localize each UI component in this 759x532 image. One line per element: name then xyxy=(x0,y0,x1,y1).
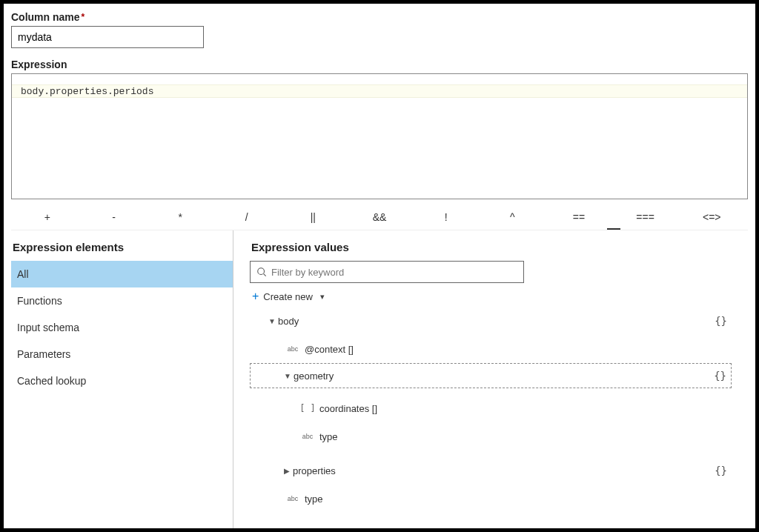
element-item-input-schema[interactable]: Input schema xyxy=(11,314,233,341)
caret-down-icon[interactable]: ▼ xyxy=(266,317,278,325)
create-new-button[interactable]: + Create new ▾ xyxy=(250,290,739,302)
op-eq[interactable]: == xyxy=(546,207,612,227)
tree-label-coordinates: coordinates [] xyxy=(319,403,732,414)
op-caret[interactable]: ^ xyxy=(479,207,546,227)
type-mark-array: [ ] xyxy=(296,403,319,413)
type-badge-object: {} xyxy=(715,315,732,327)
op-strict-eq[interactable]: === xyxy=(612,207,679,227)
tree-node-coordinates[interactable]: [ ] coordinates [] xyxy=(250,397,732,419)
tree-label-body: body xyxy=(278,316,715,327)
op-or[interactable]: || xyxy=(280,207,347,227)
tree-node-geometry[interactable]: ▼ geometry {} xyxy=(250,363,732,388)
op-not[interactable]: ! xyxy=(413,207,480,227)
tree-label-body-type: type xyxy=(305,493,732,505)
column-name-input[interactable] xyxy=(11,26,204,48)
filter-input-wrap[interactable] xyxy=(250,261,524,283)
required-star-icon: * xyxy=(82,12,85,22)
op-and[interactable]: && xyxy=(346,207,413,227)
tree-node-body-type[interactable]: abc type xyxy=(250,488,732,510)
expression-editor[interactable]: body.properties.periods xyxy=(11,73,748,199)
elements-panel-title: Expression elements xyxy=(11,241,233,261)
tree-node-body[interactable]: ▼ body {} xyxy=(250,310,732,332)
plus-icon: + xyxy=(252,290,259,302)
op-div[interactable]: / xyxy=(213,207,280,227)
column-name-label: Column name xyxy=(11,11,80,23)
type-mark-string: abc xyxy=(281,345,305,353)
search-icon xyxy=(256,267,267,277)
caret-right-icon[interactable]: ▶ xyxy=(281,467,293,475)
svg-line-1 xyxy=(264,274,266,276)
op-plus[interactable]: + xyxy=(14,207,81,227)
tree-label-geometry: geometry xyxy=(294,370,714,382)
tree-node-properties[interactable]: ▶ properties {} xyxy=(250,459,732,482)
op-spaceship[interactable]: <=> xyxy=(678,207,745,227)
values-tree: ▼ body {} abc @context [] ▼ geometry {} xyxy=(250,310,739,528)
tree-label-context: @context [] xyxy=(305,344,732,355)
chevron-down-icon: ▾ xyxy=(320,292,325,302)
tree-label-geometry-type: type xyxy=(319,431,732,442)
type-badge-object: {} xyxy=(714,370,731,382)
values-panel-title: Expression values xyxy=(250,241,739,261)
element-item-functions[interactable]: Functions xyxy=(11,287,233,314)
op-mul[interactable]: * xyxy=(147,207,213,227)
type-mark-string: abc xyxy=(296,433,319,440)
type-badge-object: {} xyxy=(715,465,732,476)
expression-label: Expression xyxy=(11,59,67,70)
element-item-all[interactable]: All xyxy=(11,261,233,287)
element-item-cached-lookup[interactable]: Cached lookup xyxy=(11,368,233,394)
operator-toolbar: + - * / || && ! ^ == === <=> xyxy=(11,204,748,230)
tree-node-geometry-type[interactable]: abc type xyxy=(250,425,732,448)
create-new-label: Create new xyxy=(263,291,312,302)
filter-input[interactable] xyxy=(271,267,517,278)
op-minus[interactable]: - xyxy=(81,207,148,227)
tree-label-properties: properties xyxy=(293,465,715,476)
elements-list: All Functions Input schema Parameters Ca… xyxy=(11,261,233,394)
tree-node-context[interactable]: abc @context [] xyxy=(250,338,732,360)
operator-selection-indicator xyxy=(607,228,620,230)
element-item-parameters[interactable]: Parameters xyxy=(11,341,233,368)
caret-down-icon[interactable]: ▼ xyxy=(282,372,294,380)
type-mark-string: abc xyxy=(281,495,305,502)
expression-code: body.properties.periods xyxy=(12,84,747,99)
svg-point-0 xyxy=(258,268,265,275)
